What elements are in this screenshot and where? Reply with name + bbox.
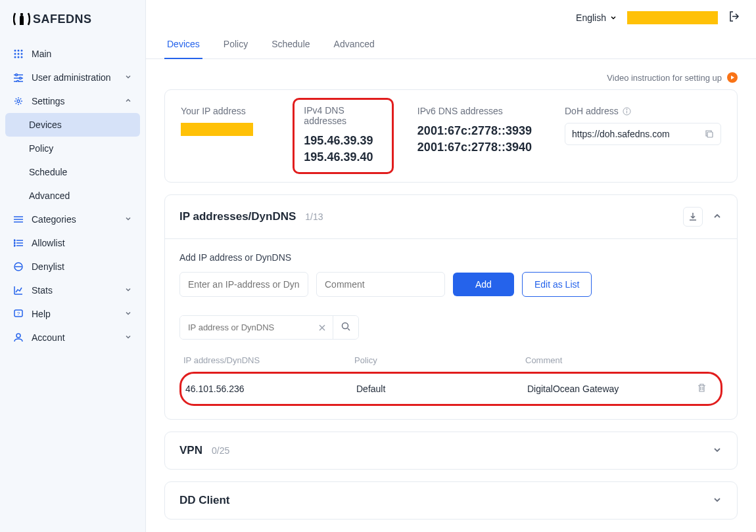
ipv6-value-1: 2001:67c:2778::3939: [417, 123, 532, 139]
gear-icon: [13, 97, 24, 106]
ipv6-label: IPv6 DNS addresses: [417, 106, 532, 116]
doh-field[interactable]: https://doh.safedns.com: [565, 123, 721, 145]
panel-ip-header[interactable]: IP addresses/DynDNS 1/13: [165, 195, 737, 239]
svg-point-30: [16, 334, 20, 338]
tab-schedule[interactable]: Schedule: [269, 30, 312, 58]
sidebar-item-allowlist[interactable]: Allowlist: [0, 231, 145, 255]
nav-label: Main: [32, 49, 51, 59]
sidebar: SAFEDNS Main User administration Setting…: [0, 0, 146, 532]
panel-count: 0/25: [212, 445, 229, 456]
chevron-up-icon[interactable]: [712, 211, 722, 223]
ipv4-label: IPv4 DNS addresses: [304, 105, 383, 126]
user-redacted: [627, 11, 718, 24]
cell-policy: Default: [356, 384, 527, 394]
panel-ip-dyndns: IP addresses/DynDNS 1/13 Add IP address …: [164, 194, 738, 420]
svg-rect-34: [707, 132, 713, 137]
main-content: English Devices Policy Schedule Advanced…: [146, 0, 756, 532]
panel-title: DD Client: [179, 494, 230, 507]
delete-row-button[interactable]: [697, 383, 717, 395]
tab-devices[interactable]: Devices: [164, 30, 202, 58]
x-icon: [318, 324, 326, 332]
svg-point-24: [14, 242, 15, 244]
chevron-down-icon: [712, 445, 722, 457]
svg-point-7: [14, 56, 16, 58]
search-button[interactable]: [333, 316, 358, 339]
nav-label: Stats: [32, 285, 53, 296]
dns-info-card: Your IP address IPv4 DNS addresses 195.4…: [164, 89, 738, 183]
panel-dd-client: DD Client: [164, 481, 738, 520]
doh-label: DoH address: [565, 106, 721, 116]
sidebar-item-denylist[interactable]: Denylist: [0, 255, 145, 278]
list-icon: [13, 215, 24, 224]
comment-input[interactable]: [316, 272, 445, 297]
nav-label: Denylist: [32, 261, 64, 272]
logout-button[interactable]: [728, 11, 740, 24]
chevron-down-icon: [124, 214, 132, 225]
svg-point-1: [14, 50, 16, 52]
ip-input[interactable]: [179, 272, 308, 297]
download-button[interactable]: [683, 207, 703, 227]
sidebar-item-account[interactable]: Account: [0, 326, 145, 349]
nav-label: Policy: [29, 143, 53, 154]
svg-rect-0: [20, 13, 23, 15]
nav-label: Categories: [32, 214, 76, 225]
nav-label: Allowlist: [32, 238, 65, 248]
ipv4-value-1: 195.46.39.39: [304, 133, 383, 149]
svg-point-2: [18, 50, 20, 52]
list-check-icon: [13, 238, 24, 248]
logo-icon: [13, 12, 30, 26]
chart-icon: [13, 286, 24, 295]
sidebar-item-help[interactable]: ? Help: [0, 302, 145, 326]
sidebar-item-devices[interactable]: Devices: [5, 113, 140, 137]
tab-advanced[interactable]: Advanced: [331, 30, 377, 58]
ipv4-value-2: 195.46.39.40: [304, 149, 383, 166]
doh-value: https://doh.safedns.com: [572, 129, 705, 139]
play-icon: [727, 72, 738, 83]
video-instruction-link[interactable]: Video instruction for setting up: [146, 59, 756, 89]
copy-icon[interactable]: [705, 129, 714, 139]
panel-title: VPN: [179, 444, 202, 457]
search-input[interactable]: [180, 316, 312, 339]
nav-label: Devices: [29, 120, 62, 130]
search-wrap: [179, 315, 359, 340]
sidebar-item-schedule[interactable]: Schedule: [0, 160, 145, 184]
sidebar-item-user-admin[interactable]: User administration: [0, 66, 145, 89]
tabs: Devices Policy Schedule Advanced: [146, 30, 756, 59]
sidebar-item-categories[interactable]: Categories: [0, 208, 145, 231]
ipv6-value-2: 2001:67c:2778::3940: [417, 139, 532, 156]
info-icon: [623, 107, 631, 116]
chevron-up-icon: [124, 96, 132, 106]
svg-point-8: [18, 56, 20, 58]
clear-search-button[interactable]: [312, 316, 333, 339]
svg-point-16: [17, 100, 20, 102]
add-button[interactable]: Add: [453, 273, 514, 296]
help-icon: ?: [13, 309, 24, 319]
svg-point-15: [17, 81, 19, 83]
chevron-down-icon: [124, 332, 132, 343]
svg-point-4: [14, 53, 16, 55]
panel-dd-header[interactable]: DD Client: [165, 482, 737, 519]
language-label: English: [576, 12, 606, 23]
sidebar-item-main[interactable]: Main: [0, 42, 145, 66]
svg-point-25: [14, 245, 15, 246]
svg-point-6: [21, 53, 23, 55]
tab-policy[interactable]: Policy: [221, 30, 250, 58]
sidebar-item-settings[interactable]: Settings: [0, 89, 145, 113]
topbar: English: [146, 0, 756, 30]
your-ip-label: Your IP address: [181, 106, 281, 116]
sidebar-item-policy[interactable]: Policy: [0, 137, 145, 160]
table-row[interactable]: 46.101.56.236 Default DigitalOcean Gatew…: [179, 372, 722, 406]
svg-line-36: [348, 328, 350, 330]
grid-icon: [13, 49, 24, 58]
sidebar-item-stats[interactable]: Stats: [0, 278, 145, 302]
sliders-icon: [13, 73, 24, 82]
edit-list-button[interactable]: Edit as List: [522, 272, 592, 297]
language-selector[interactable]: English: [576, 12, 617, 23]
panel-count: 1/13: [305, 211, 323, 222]
user-icon: [13, 333, 24, 342]
th-ip: IP address/DynDNS: [183, 355, 354, 365]
panel-vpn-header[interactable]: VPN 0/25: [165, 432, 737, 469]
sidebar-item-advanced[interactable]: Advanced: [0, 184, 145, 208]
chevron-down-icon: [124, 72, 132, 83]
svg-point-35: [343, 323, 348, 329]
